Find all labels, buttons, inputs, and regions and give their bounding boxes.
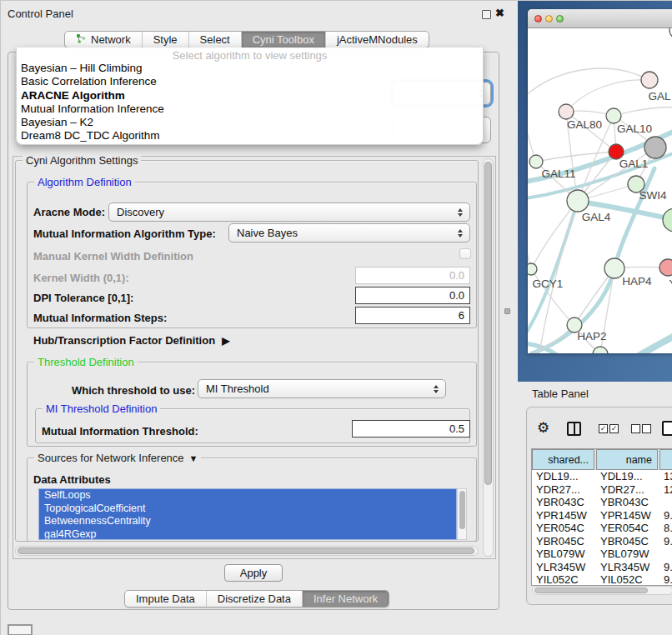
algorithm-dropdown-placeholder: Select algorithm to view settings bbox=[17, 48, 483, 62]
table-header-row: shared...name bbox=[532, 449, 672, 470]
attribute-item[interactable]: TopologicalCoefficient bbox=[39, 502, 456, 516]
network-canvas[interactable]: GALGAL80GAL10GAL1GAL11SWI4GAL4GCY1HAP4YH… bbox=[528, 28, 672, 353]
expand-right-icon: ▶ bbox=[222, 335, 229, 347]
node-table[interactable]: shared...nameYDL19...YDL19...13YDR27...Y… bbox=[531, 448, 672, 586]
network-node-gal-top[interactable] bbox=[641, 72, 658, 88]
tab-jactivemnodules[interactable]: jActiveMNodules bbox=[325, 32, 429, 48]
kernel-width-field[interactable]: 0.0 bbox=[355, 267, 470, 284]
close-icon[interactable]: ✖ bbox=[495, 7, 504, 19]
table-row[interactable]: YPR145WYPR145W9. bbox=[532, 509, 672, 522]
network-node-gal11[interactable] bbox=[529, 155, 543, 168]
close-traffic-light-icon[interactable] bbox=[534, 15, 542, 22]
network-edge[interactable] bbox=[528, 68, 649, 100]
page-icon[interactable] bbox=[662, 421, 672, 436]
apply-button[interactable]: Apply bbox=[224, 564, 283, 582]
network-node-gal4[interactable] bbox=[567, 190, 589, 212]
table-row[interactable]: YLR345WYLR345W9. bbox=[532, 561, 672, 574]
algorithm-dropdown-list: Select algorithm to view settings Bayesi… bbox=[16, 48, 484, 145]
hub-definition-toggle[interactable]: Hub/Transcription Factor Definition▶ bbox=[33, 334, 229, 347]
collapse-down-icon: ▼ bbox=[189, 453, 198, 463]
algorithm-option[interactable]: Basic Correlation Inference bbox=[17, 75, 483, 88]
algorithm-option[interactable]: Bayesian – K2 bbox=[17, 116, 483, 129]
attributes-list-scrollbar[interactable] bbox=[457, 488, 467, 540]
network-edge[interactable] bbox=[531, 201, 578, 269]
which-threshold-value: MI Threshold bbox=[206, 382, 269, 395]
unchecked-checkbox-icon[interactable] bbox=[642, 424, 651, 433]
network-window[interactable]: GALGAL80GAL10GAL1GAL11SWI4GAL4GCY1HAP4YH… bbox=[528, 9, 672, 353]
network-node-big-right[interactable] bbox=[663, 208, 672, 232]
zoom-traffic-light-icon[interactable] bbox=[556, 15, 564, 22]
unchecked-checkbox-icon[interactable] bbox=[631, 424, 640, 433]
table-row[interactable]: YIL052CYIL052C9. bbox=[532, 573, 672, 586]
column-header[interactable]: name bbox=[596, 449, 658, 470]
column-header[interactable] bbox=[659, 449, 672, 470]
checked-checkbox-icon[interactable]: ✓ bbox=[609, 424, 619, 433]
tab-select[interactable]: Select bbox=[188, 32, 241, 48]
minimize-traffic-light-icon[interactable] bbox=[545, 15, 553, 22]
table-row[interactable]: YDR27...YDR27...12 bbox=[532, 483, 672, 497]
tab-discretize-data[interactable]: Discretize Data bbox=[206, 591, 302, 607]
network-node-gal80[interactable] bbox=[559, 104, 574, 119]
network-node-unnamed-gray[interactable] bbox=[644, 137, 666, 158]
table-cell: YDL19... bbox=[600, 470, 658, 483]
data-attributes-list[interactable]: SelfLoopsTopologicalCoefficientBetweenne… bbox=[38, 488, 457, 540]
table-cell: YLR345W bbox=[536, 561, 594, 574]
aracne-mode-combo[interactable]: Discovery bbox=[108, 202, 470, 222]
mi-type-combo[interactable]: Naive Bayes bbox=[228, 223, 470, 242]
column-header[interactable]: shared... bbox=[532, 449, 594, 470]
network-node-bottom-node[interactable] bbox=[593, 347, 608, 353]
attribute-item[interactable]: BetweennessCentrality bbox=[39, 515, 456, 528]
tab-style[interactable]: Style bbox=[142, 32, 188, 48]
network-node-gal10[interactable] bbox=[606, 108, 621, 123]
table-row[interactable]: YBL079WYBL079W bbox=[532, 548, 672, 561]
network-window-titlebar[interactable] bbox=[528, 9, 672, 28]
tab-impute-data[interactable]: Impute Data bbox=[125, 591, 206, 607]
tab-network[interactable]: Network bbox=[65, 32, 142, 48]
network-node-salmon-right[interactable] bbox=[659, 259, 672, 276]
control-panel-title: Control Panel bbox=[8, 8, 73, 20]
columns-icon[interactable] bbox=[567, 422, 581, 436]
table-cell: YDR27... bbox=[536, 483, 594, 497]
network-edge[interactable] bbox=[614, 107, 672, 116]
table-toolbar: ⚙ ✓ ✓ bbox=[531, 418, 672, 444]
table-row[interactable]: YDL19...YDL19...13 bbox=[532, 470, 672, 483]
mi-threshold-field[interactable]: 0.5 bbox=[352, 420, 470, 438]
tab-label: Network bbox=[91, 33, 131, 46]
dpi-tolerance-label: DPI Tolerance [0,1]: bbox=[33, 292, 133, 304]
table-row[interactable]: YBR045CYBR045C9. bbox=[532, 535, 672, 548]
table-row[interactable]: YBR043CYBR043C bbox=[532, 496, 672, 509]
algorithm-option[interactable]: Bayesian – Hill Climbing bbox=[17, 62, 483, 75]
table-row[interactable]: YER054CYER054C8. bbox=[532, 522, 672, 535]
tab-label: Style bbox=[153, 33, 178, 46]
algorithm-option[interactable]: Mutual Information Inference bbox=[17, 102, 483, 116]
attribute-item[interactable]: SelfLoops bbox=[39, 489, 456, 502]
table-cell: YBR045C bbox=[600, 535, 658, 548]
table-horizontal-scrollbar[interactable] bbox=[532, 586, 672, 595]
sources-group-title[interactable]: Sources for Network Inference▼ bbox=[34, 452, 201, 464]
which-threshold-combo[interactable]: MI Threshold bbox=[198, 379, 446, 398]
attribute-item[interactable]: gal4RGexp bbox=[39, 528, 456, 541]
panel-splitter-handle[interactable] bbox=[504, 308, 510, 314]
algorithm-option[interactable]: Dream8 DC_TDC Algorithm bbox=[17, 129, 483, 142]
table-cell: YBL079W bbox=[536, 548, 594, 561]
settings-horizontal-scrollbar[interactable] bbox=[15, 546, 479, 556]
tab-cyni-toolbox[interactable]: Cyni Toolbox bbox=[241, 32, 325, 48]
network-node-gcy1[interactable] bbox=[528, 263, 537, 275]
algorithm-option[interactable]: ARACNE Algorithm bbox=[17, 89, 483, 102]
network-edge[interactable] bbox=[566, 80, 649, 112]
minimized-panel-stub[interactable] bbox=[8, 624, 33, 635]
float-panel-icon[interactable] bbox=[482, 10, 491, 19]
mi-steps-field[interactable]: 6 bbox=[355, 307, 470, 324]
gear-icon[interactable]: ⚙ bbox=[537, 419, 549, 437]
dpi-tolerance-field[interactable]: 0.0 bbox=[355, 287, 470, 304]
manual-kernel-checkbox[interactable] bbox=[459, 248, 471, 259]
tab-infer-network[interactable]: Infer Network bbox=[302, 591, 389, 607]
settings-vertical-scrollbar[interactable] bbox=[483, 158, 494, 557]
tab-label: Impute Data bbox=[136, 592, 195, 605]
network-node-label: GAL11 bbox=[541, 168, 575, 180]
table-cell: 8. bbox=[664, 522, 672, 535]
network-node-label: Y bbox=[669, 278, 672, 290]
table-cell: YIL052C bbox=[600, 573, 658, 586]
network-edge[interactable] bbox=[634, 324, 672, 353]
checked-checkbox-icon[interactable]: ✓ bbox=[599, 424, 608, 433]
